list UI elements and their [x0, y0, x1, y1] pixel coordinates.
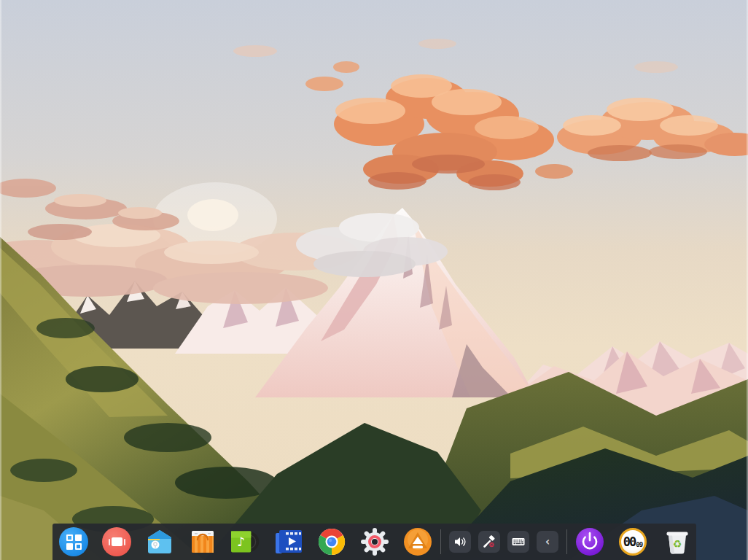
dock-clock[interactable]: 00 09: [619, 528, 647, 556]
power-icon: [576, 528, 604, 556]
desktop[interactable]: ♪: [0, 0, 748, 560]
tray-network-button[interactable]: [478, 531, 500, 553]
clock-hours: 00: [623, 536, 635, 548]
clock-minutes: 09: [636, 542, 642, 548]
file-manager-icon: [146, 528, 174, 556]
multitasking-view-icon: [102, 527, 131, 556]
dock-app-music[interactable]: ♪: [231, 527, 260, 556]
dock-power-button[interactable]: [576, 528, 604, 556]
dock: ♪: [52, 524, 696, 560]
clock-face: 00 09: [619, 528, 647, 556]
dock-app-movie[interactable]: [274, 527, 303, 556]
dock-app-control-center[interactable]: [360, 527, 389, 556]
dock-app-area: ♪: [59, 527, 432, 556]
tray-keyboard-button[interactable]: [507, 531, 529, 553]
dock-separator-2: [566, 529, 567, 554]
google-chrome-icon: [317, 527, 346, 556]
dock-app-launcher[interactable]: [59, 527, 88, 556]
tray-volume-button[interactable]: [449, 531, 471, 553]
app-store-icon: [190, 529, 216, 555]
dock-app-disk-mount[interactable]: [403, 527, 432, 556]
dock-app-multitasking-view[interactable]: [102, 527, 131, 556]
recycle-glyph: ♻: [673, 538, 682, 550]
keyboard-icon: [511, 534, 526, 549]
dock-app-google-chrome[interactable]: [317, 527, 346, 556]
svg-text:♪: ♪: [237, 534, 245, 549]
music-icon: ♪: [231, 528, 260, 556]
movie-icon: [274, 529, 303, 555]
dock-app-app-store[interactable]: [188, 527, 217, 556]
volume-icon: [453, 535, 467, 548]
network-disconnected-icon: [483, 535, 496, 548]
disk-mount-eject-icon: [403, 527, 432, 556]
chevron-left-icon: ‹: [545, 537, 550, 548]
dock-tray-area: ‹: [449, 531, 558, 553]
launcher-icon: [59, 527, 88, 556]
dock-trash[interactable]: ♻: [663, 527, 691, 556]
wallpaper-image: [0, 0, 748, 560]
trash-icon: ♻: [664, 528, 690, 556]
tray-collapse-button[interactable]: ‹: [537, 531, 558, 553]
dock-app-file-manager[interactable]: [145, 527, 174, 556]
dock-separator-1: [440, 529, 441, 554]
screen-edge-highlight-left: [0, 0, 1, 560]
control-center-icon: [360, 527, 389, 556]
dock-plugin-area: 00 09 ♻: [576, 527, 691, 556]
